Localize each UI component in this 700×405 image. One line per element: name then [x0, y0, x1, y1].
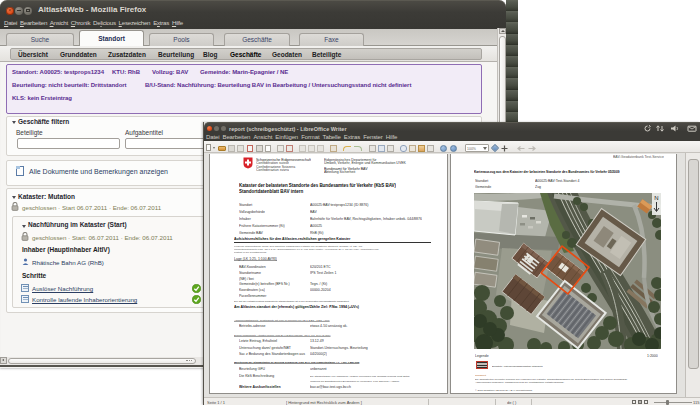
svg-text:N: N: [654, 195, 658, 201]
